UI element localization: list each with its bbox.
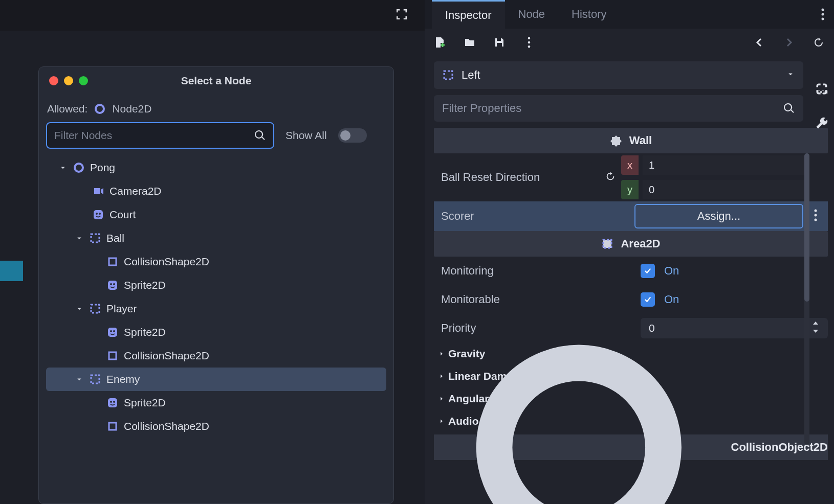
sprite-icon — [92, 209, 104, 221]
node-tree: Pong Camera2D Court Ball — [46, 156, 386, 443]
svg-point-19 — [822, 13, 824, 16]
tab-history[interactable]: History — [558, 0, 620, 29]
svg-rect-32 — [603, 240, 611, 248]
tab-node[interactable]: Node — [505, 0, 559, 29]
area2d-icon — [89, 232, 101, 244]
tree-label: Pong — [90, 162, 115, 174]
tree-node-ball[interactable]: Ball — [46, 226, 386, 250]
ball-reset-x-input[interactable] — [643, 155, 806, 175]
svg-rect-22 — [497, 38, 501, 41]
script-icon — [610, 134, 622, 147]
y-axis-label: y — [621, 180, 639, 199]
svg-rect-14 — [108, 398, 117, 407]
scrollbar-thumb[interactable] — [804, 153, 809, 302]
collisionshape-icon — [106, 350, 119, 362]
scrollbar[interactable] — [804, 153, 809, 445]
tree-node-court[interactable]: Court — [46, 203, 386, 226]
tree-label: Court — [109, 209, 136, 221]
save-button[interactable] — [493, 36, 506, 51]
node-icon — [434, 303, 724, 504]
chevron-down-icon — [58, 163, 68, 172]
viewport-glimpse — [0, 261, 23, 281]
tree-node-enemy-sprite[interactable]: Sprite2D — [46, 391, 386, 415]
assign-button[interactable]: Assign... — [634, 204, 803, 228]
tree-node-player-collision[interactable]: CollisionShape2D — [46, 344, 386, 368]
history-back-button[interactable] — [753, 36, 765, 51]
show-all-label: Show All — [286, 129, 327, 142]
svg-rect-9 — [108, 328, 117, 337]
tabs-overflow-menu[interactable] — [811, 0, 834, 29]
allowed-label: Allowed: — [47, 103, 87, 115]
svg-rect-5 — [108, 281, 117, 290]
object-name: Left — [462, 68, 480, 82]
ball-reset-direction-label: Ball Reset Direction — [441, 171, 600, 184]
svg-point-7 — [113, 283, 115, 285]
svg-point-25 — [528, 41, 531, 43]
monitoring-checkbox[interactable] — [641, 264, 655, 278]
svg-rect-0 — [94, 210, 103, 219]
spinner-icon[interactable] — [811, 322, 820, 335]
tree-node-camera2d[interactable]: Camera2D — [46, 179, 386, 203]
x-axis-label: x — [621, 155, 639, 175]
svg-point-30 — [815, 214, 817, 216]
tab-inspector[interactable]: Inspector — [432, 0, 505, 29]
window-maximize-button[interactable] — [79, 76, 88, 85]
section-wall[interactable]: Wall — [434, 128, 828, 153]
open-resource-button[interactable] — [464, 36, 476, 51]
window-close-button[interactable] — [49, 76, 58, 85]
svg-rect-4 — [109, 258, 116, 265]
tree-node-pong[interactable]: Pong — [46, 156, 386, 179]
tree-label: Sprite2D — [124, 326, 166, 338]
svg-point-20 — [822, 18, 824, 20]
svg-rect-17 — [109, 423, 116, 430]
tree-node-enemy[interactable]: Enemy — [46, 368, 386, 391]
select-node-dialog: Select a Node Allowed: Node2D Show All — [38, 66, 394, 504]
section-collisionobject2d[interactable]: CollisionObject2D — [434, 434, 828, 460]
dialog-title: Select a Node — [39, 75, 393, 87]
camera-icon — [92, 185, 104, 197]
chevron-down-icon — [75, 375, 84, 384]
doc-reference-icon[interactable]: DOC — [815, 82, 829, 99]
tree-label: CollisionShape2D — [124, 256, 209, 268]
new-resource-button[interactable] — [434, 36, 446, 51]
collisionshape-icon — [106, 420, 119, 432]
history-button[interactable] — [813, 36, 825, 51]
fullscreen-icon[interactable] — [394, 7, 409, 25]
svg-point-24 — [528, 37, 531, 39]
section-area2d[interactable]: Area2D — [434, 231, 828, 257]
node2d-icon — [73, 162, 85, 174]
tree-label: CollisionShape2D — [124, 350, 209, 362]
tree-label: Enemy — [106, 373, 140, 385]
svg-rect-8 — [91, 305, 99, 313]
search-icon — [254, 129, 266, 142]
tree-node-player[interactable]: Player — [46, 297, 386, 320]
tree-node-enemy-collision[interactable]: CollisionShape2D — [46, 415, 386, 438]
svg-point-18 — [822, 9, 824, 11]
inspector-menu-button[interactable] — [523, 36, 535, 51]
svg-point-6 — [110, 283, 112, 285]
svg-point-31 — [815, 218, 817, 221]
search-icon — [783, 102, 795, 114]
tree-node-player-sprite[interactable]: Sprite2D — [46, 320, 386, 344]
reset-property-button[interactable] — [605, 171, 616, 185]
svg-rect-27 — [444, 71, 452, 79]
svg-point-15 — [110, 401, 112, 403]
inspector-tabs: Inspector Node History — [425, 0, 834, 29]
history-forward-button[interactable] — [783, 36, 795, 51]
ball-reset-y-input[interactable] — [643, 180, 806, 199]
svg-point-29 — [815, 209, 817, 212]
svg-rect-13 — [91, 375, 99, 383]
area2d-icon — [442, 69, 454, 81]
show-all-toggle[interactable] — [338, 128, 367, 143]
filter-nodes-input[interactable] — [46, 122, 274, 149]
window-minimize-button[interactable] — [64, 76, 73, 85]
tree-label: CollisionShape2D — [124, 420, 209, 432]
tree-node-ball-sprite[interactable]: Sprite2D — [46, 273, 386, 297]
collisionshape-icon — [106, 256, 119, 268]
wrench-icon[interactable] — [815, 116, 829, 133]
object-selector[interactable]: Left — [434, 61, 803, 89]
svg-rect-3 — [91, 234, 99, 242]
tree-node-ball-collision[interactable]: CollisionShape2D — [46, 250, 386, 273]
filter-properties-input[interactable]: Filter Properties — [434, 95, 803, 122]
property-menu-button[interactable] — [814, 209, 818, 224]
